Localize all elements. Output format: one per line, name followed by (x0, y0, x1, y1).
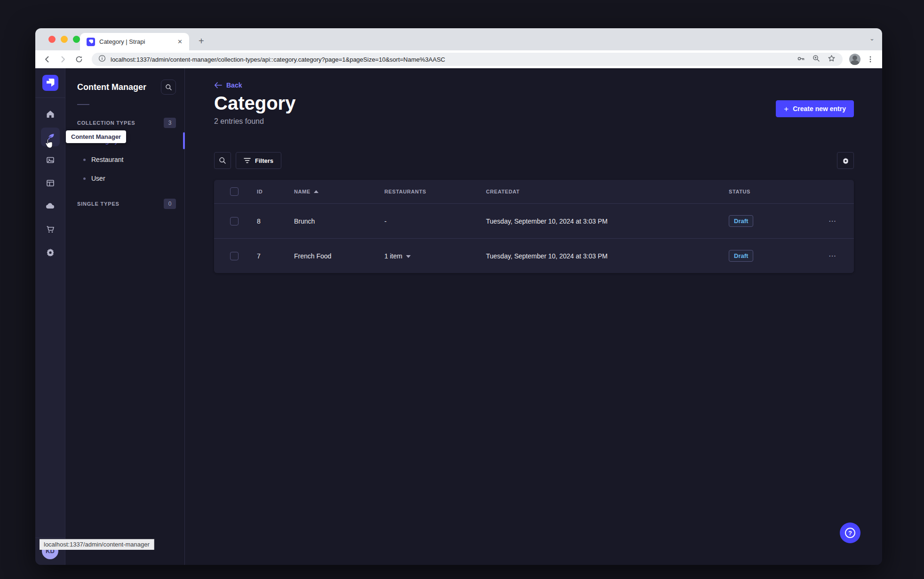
status-bar-link-preview: localhost:1337/admin/content-manager (40, 539, 154, 550)
new-tab-button[interactable]: + (195, 36, 208, 47)
content-manager-tooltip: Content Manager (66, 130, 126, 143)
page-title: Category (214, 93, 295, 114)
content-type-builder-icon (45, 178, 56, 188)
forward-nav-icon[interactable] (57, 53, 69, 65)
gear-icon (45, 247, 56, 257)
nav-divider (35, 97, 65, 98)
table-row[interactable]: 7 French Food 1 item Tuesday, September … (214, 238, 854, 273)
strapi-favicon-icon (87, 38, 95, 46)
sidebar-item-content-type-builder[interactable] (41, 174, 60, 193)
tab-search-chevron-icon[interactable]: ⌄ (869, 35, 875, 42)
cell-id: 8 (257, 217, 294, 225)
url-text[interactable]: localhost:1337/admin/content-manager/col… (111, 56, 792, 63)
plus-icon: + (784, 105, 789, 113)
gear-icon (842, 157, 850, 165)
bookmark-star-icon[interactable] (827, 54, 836, 65)
media-library-icon (45, 155, 56, 165)
cell-id: 7 (257, 252, 294, 260)
bullet-icon (83, 177, 86, 180)
sidebar-item-cloud[interactable] (41, 197, 60, 216)
subnav-title: Content Manager (77, 82, 146, 92)
reload-icon[interactable] (73, 53, 85, 65)
cell-restaurants[interactable]: 1 item (384, 252, 486, 260)
browser-tab[interactable]: Category | Strapi ✕ (80, 33, 189, 50)
row-actions-menu[interactable]: ⋯ (812, 217, 854, 225)
maximize-window-button[interactable] (73, 36, 80, 43)
cell-createdat: Tuesday, September 10, 2024 at 3:03 PM (486, 217, 729, 225)
back-link[interactable]: Back (214, 81, 242, 89)
filter-icon (244, 158, 251, 163)
header-name[interactable]: NAME (294, 189, 384, 194)
cell-createdat: Tuesday, September 10, 2024 at 3:03 PM (486, 252, 729, 260)
search-icon (165, 84, 172, 91)
create-new-entry-button[interactable]: + Create new entry (776, 100, 854, 117)
collection-types-section: COLLECTION TYPES 3 (65, 117, 184, 129)
site-info-icon[interactable] (98, 55, 106, 64)
header-createdat[interactable]: CREATEDAT (486, 189, 729, 194)
cloud-icon (45, 201, 56, 212)
tab-close-icon[interactable]: ✕ (175, 38, 184, 45)
table-header-row: ID NAME RESTAURANTS CREATEDAT STATUS (214, 180, 854, 203)
sidebar-item-settings[interactable] (41, 243, 60, 262)
back-nav-icon[interactable] (41, 53, 53, 65)
subnav-item-user[interactable]: User (65, 169, 184, 188)
row-actions-menu[interactable]: ⋯ (812, 251, 854, 260)
table-search-button[interactable] (214, 152, 231, 169)
tab-title: Category | Strapi (99, 38, 171, 45)
single-types-section: SINGLE TYPES 0 (65, 198, 184, 209)
row-checkbox[interactable] (230, 252, 239, 260)
browser-toolbar: localhost:1337/admin/content-manager/col… (35, 50, 882, 68)
entries-table: ID NAME RESTAURANTS CREATEDAT STATUS 8 B… (214, 180, 854, 273)
table-action-bar: Filters (214, 152, 854, 169)
zoom-page-icon[interactable] (812, 54, 820, 64)
sort-asc-icon (314, 190, 319, 193)
arrow-left-icon (214, 82, 222, 88)
single-types-count-badge: 0 (164, 199, 176, 209)
header-id[interactable]: ID (257, 189, 294, 194)
collection-types-count-badge: 3 (164, 118, 176, 128)
sidebar-item-marketplace[interactable] (41, 220, 60, 239)
browser-menu-icon[interactable] (864, 53, 876, 65)
sidebar-item-home[interactable] (41, 105, 60, 123)
content-area: Back Category 2 entries found + Create n… (185, 68, 882, 565)
help-button[interactable]: ? (840, 523, 860, 543)
chevron-down-icon (406, 255, 411, 258)
question-mark-icon: ? (845, 528, 855, 538)
entries-count: 2 entries found (214, 117, 264, 126)
cell-restaurants: - (384, 217, 486, 225)
search-icon (219, 157, 226, 164)
row-checkbox[interactable] (230, 217, 239, 225)
password-key-icon[interactable] (797, 54, 805, 65)
view-settings-button[interactable] (837, 152, 854, 169)
strapi-logo-icon[interactable] (42, 75, 58, 91)
status-badge: Draft (729, 250, 753, 262)
close-window-button[interactable] (48, 36, 56, 43)
select-all-checkbox[interactable] (230, 187, 239, 196)
header-restaurants[interactable]: RESTAURANTS (384, 189, 486, 194)
subnav-divider (77, 104, 89, 105)
browser-window: Category | Strapi ✕ + ⌄ localhost:1337/a… (35, 28, 882, 565)
status-badge: Draft (729, 215, 753, 227)
home-icon (45, 109, 56, 119)
single-types-label: SINGLE TYPES (77, 201, 119, 207)
filters-button[interactable]: Filters (236, 152, 281, 169)
browser-profile-avatar[interactable] (849, 54, 860, 65)
url-bar[interactable]: localhost:1337/admin/content-manager/col… (92, 53, 843, 66)
collection-types-label: COLLECTION TYPES (77, 120, 135, 126)
cell-name: French Food (294, 252, 384, 260)
table-row[interactable]: 8 Brunch - Tuesday, September 10, 2024 a… (214, 203, 854, 238)
header-status[interactable]: STATUS (729, 189, 812, 194)
strapi-admin-app: KD Content Manager COLLECTION TYPES 3 Ca… (35, 68, 882, 565)
tab-strip: Category | Strapi ✕ + ⌄ (35, 28, 882, 50)
subnav-item-restaurant[interactable]: Restaurant (65, 150, 184, 169)
bullet-icon (83, 159, 86, 161)
sidebar-item-media-library[interactable] (41, 151, 60, 169)
mouse-hand-cursor (44, 138, 54, 151)
shopping-cart-icon (45, 224, 56, 234)
minimize-window-button[interactable] (61, 36, 68, 43)
subnav-search-button[interactable] (161, 80, 176, 95)
window-controls (48, 36, 80, 43)
cell-name: Brunch (294, 217, 384, 225)
